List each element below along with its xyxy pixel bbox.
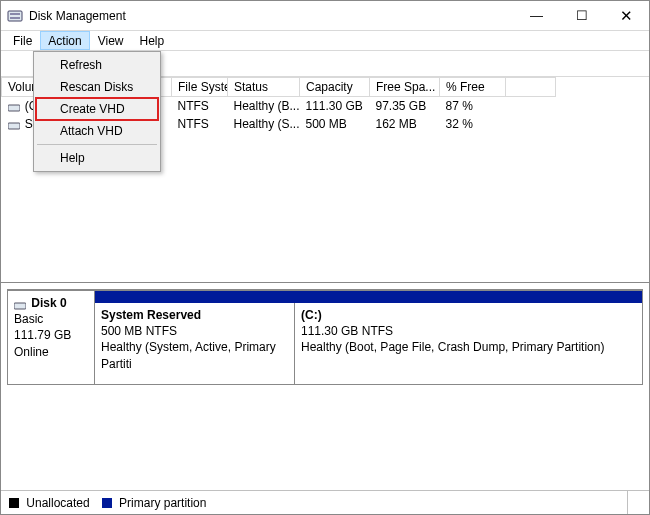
cell-pct: 87 % [440, 97, 506, 116]
legend-primary: Primary partition [102, 496, 207, 510]
cell-status: Healthy (B... [228, 97, 300, 116]
svg-rect-0 [8, 11, 22, 21]
menu-help[interactable]: Help [132, 31, 173, 50]
menu-bar: File Action View Help [1, 31, 649, 51]
bottom-spacer [1, 385, 649, 449]
legend-unallocated-label: Unallocated [26, 496, 89, 510]
partition-status: Healthy (System, Active, Primary Partiti [101, 339, 288, 371]
partition-name: System Reserved [101, 307, 288, 323]
col-spacer [506, 78, 556, 97]
partition-status: Healthy (Boot, Page File, Crash Dump, Pr… [301, 339, 636, 355]
legend-unallocated: Unallocated [9, 496, 90, 510]
maximize-button[interactable]: ☐ [559, 1, 604, 30]
menu-action[interactable]: Action [40, 31, 89, 50]
partition-c[interactable]: (C:) 111.30 GB NTFS Healthy (Boot, Page … [295, 303, 642, 384]
menu-view[interactable]: View [90, 31, 132, 50]
disk-state: Online [14, 345, 49, 359]
disk-icon [14, 299, 26, 309]
disk-partitions: System Reserved 500 MB NTFS Healthy (Sys… [95, 290, 643, 385]
cell-status: Healthy (S... [228, 115, 300, 133]
swatch-blue-icon [102, 498, 112, 508]
cell-fs: NTFS [172, 115, 228, 133]
window-title: Disk Management [29, 9, 514, 23]
cell-cap: 500 MB [300, 115, 370, 133]
svg-rect-1 [10, 13, 20, 15]
col-free[interactable]: Free Spa... [370, 78, 440, 97]
action-help[interactable]: Help [36, 147, 158, 169]
svg-rect-5 [14, 303, 26, 309]
disk-kind: Basic [14, 312, 43, 326]
partition-size: 500 MB NTFS [101, 323, 288, 339]
action-separator [37, 144, 157, 145]
title-bar: Disk Management — ☐ ✕ [1, 1, 649, 31]
col-capacity[interactable]: Capacity [300, 78, 370, 97]
swatch-black-icon [9, 498, 19, 508]
partition-size: 111.30 GB NTFS [301, 323, 636, 339]
action-dropdown: Refresh Rescan Disks Create VHD Attach V… [33, 51, 161, 172]
cell-pct: 32 % [440, 115, 506, 133]
window-controls: — ☐ ✕ [514, 1, 649, 30]
disk-info[interactable]: Disk 0 Basic 111.79 GB Online [7, 290, 95, 385]
col-filesystem[interactable]: File System [172, 78, 228, 97]
partition-system-reserved[interactable]: System Reserved 500 MB NTFS Healthy (Sys… [95, 303, 295, 384]
cell-free: 162 MB [370, 115, 440, 133]
partition-name: (C:) [301, 307, 636, 323]
cell-cap: 111.30 GB [300, 97, 370, 116]
action-create-vhd[interactable]: Create VHD [36, 98, 158, 120]
drive-icon [8, 120, 20, 130]
svg-rect-3 [8, 105, 20, 111]
svg-rect-2 [10, 17, 20, 19]
svg-rect-4 [8, 123, 20, 129]
partition-stripe [95, 291, 642, 303]
cell-free: 97.35 GB [370, 97, 440, 116]
disk-panel: Disk 0 Basic 111.79 GB Online System Res… [7, 289, 643, 385]
disk-mgmt-icon [7, 8, 23, 24]
col-status[interactable]: Status [228, 78, 300, 97]
legend-primary-label: Primary partition [119, 496, 206, 510]
action-attach-vhd[interactable]: Attach VHD [36, 120, 158, 142]
cell-fs: NTFS [172, 97, 228, 116]
disk-name: Disk 0 [31, 296, 66, 310]
legend-bar: Unallocated Primary partition [1, 490, 649, 514]
action-refresh[interactable]: Refresh [36, 54, 158, 76]
minimize-button[interactable]: — [514, 1, 559, 30]
resize-grip-icon[interactable] [627, 491, 649, 514]
col-pct-free[interactable]: % Free [440, 78, 506, 97]
disk-size: 111.79 GB [14, 328, 71, 342]
close-button[interactable]: ✕ [604, 1, 649, 30]
action-rescan-disks[interactable]: Rescan Disks [36, 76, 158, 98]
menu-file[interactable]: File [5, 31, 40, 50]
drive-icon [8, 102, 20, 112]
